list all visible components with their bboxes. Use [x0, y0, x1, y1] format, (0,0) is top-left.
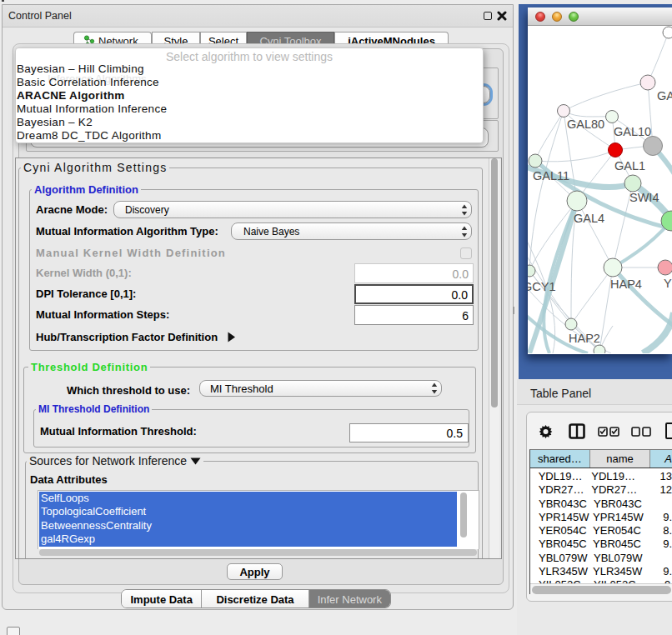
svg-text:HAP4: HAP4 [610, 278, 642, 291]
svg-text:Y: Y [664, 277, 672, 290]
svg-text:GAL11: GAL11 [533, 169, 569, 182]
svg-text:SWI4: SWI4 [629, 191, 659, 204]
svg-text:GAL7: GAL7 [657, 89, 672, 102]
svg-text:GAL80: GAL80 [567, 118, 604, 131]
svg-text:GAL4: GAL4 [574, 212, 604, 225]
svg-text:GAL10: GAL10 [614, 125, 651, 138]
svg-text:HAP2: HAP2 [569, 332, 600, 345]
svg-text:GAL1: GAL1 [614, 159, 645, 172]
svg-text:GCY1: GCY1 [528, 280, 556, 293]
